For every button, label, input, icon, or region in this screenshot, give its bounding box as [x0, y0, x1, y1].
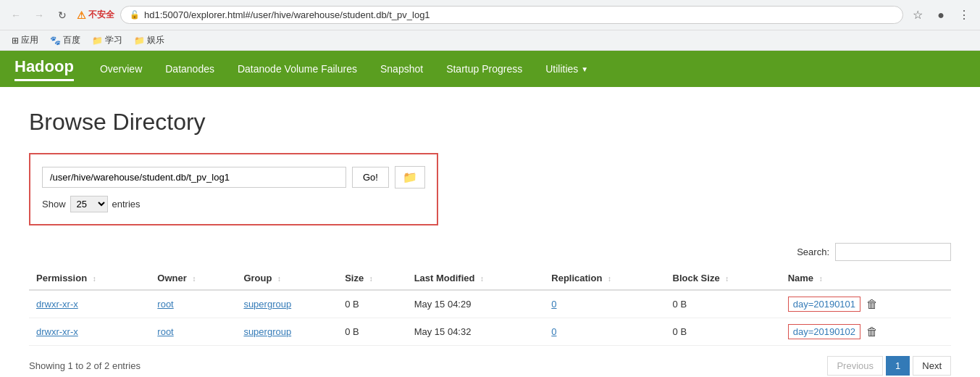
- table-header: Permission ↕ Owner ↕ Group ↕ Size ↕ Last…: [29, 267, 951, 290]
- navbar: Hadoop Overview Datanodes Datanode Volum…: [0, 51, 980, 87]
- col-name[interactable]: Name ↕: [781, 267, 951, 290]
- bookmark-apps[interactable]: ⊞ 应用: [7, 33, 43, 48]
- delete-icon-1[interactable]: 🗑: [866, 298, 878, 311]
- show-entries-select[interactable]: 25 50 100: [70, 196, 108, 212]
- owner-link-2[interactable]: root: [157, 326, 173, 337]
- sort-icon-size: ↕: [369, 275, 373, 283]
- directory-table: Permission ↕ Owner ↕ Group ↕ Size ↕ Last…: [29, 267, 951, 346]
- page-1-button[interactable]: 1: [886, 356, 910, 376]
- name-cell-1: day=20190101 🗑: [788, 297, 944, 312]
- group-link-2[interactable]: supergroup: [243, 326, 291, 337]
- cell-replication-2: 0: [544, 318, 665, 346]
- sort-icon-replication: ↕: [608, 275, 611, 283]
- cell-name-2: day=20190102 🗑: [781, 318, 951, 346]
- sort-icon-last-modified: ↕: [480, 275, 484, 283]
- next-button[interactable]: Next: [913, 356, 951, 376]
- name-link-2[interactable]: day=20190102: [793, 326, 855, 337]
- nav-utilities[interactable]: Utilities ▼: [534, 53, 600, 85]
- col-replication[interactable]: Replication ↕: [544, 267, 665, 290]
- replication-link-2[interactable]: 0: [551, 326, 556, 337]
- chevron-down-icon: ▼: [581, 65, 588, 73]
- cell-blocksize-2: 0 B: [666, 318, 781, 346]
- profile-button[interactable]: ●: [932, 7, 950, 24]
- lock-icon: 🔓: [130, 10, 140, 20]
- delete-icon-2[interactable]: 🗑: [866, 326, 878, 339]
- table-row: drwxr-xr-x root supergroup 0 B May 15 04…: [29, 318, 951, 346]
- cell-blocksize-1: 0 B: [666, 290, 781, 318]
- cell-owner-2: root: [150, 318, 236, 346]
- folder-button[interactable]: 📁: [395, 166, 425, 188]
- cell-permission-2: drwxr-xr-x: [29, 318, 150, 346]
- forward-button[interactable]: →: [30, 7, 48, 24]
- nav-startup-progress[interactable]: Startup Progress: [435, 53, 534, 85]
- cell-permission-1: drwxr-xr-x: [29, 290, 150, 318]
- col-permission[interactable]: Permission ↕: [29, 267, 150, 290]
- bookmarks-bar: ⊞ 应用 🐾 百度 📁 学习 📁 娱乐: [0, 30, 980, 51]
- navbar-brand: Hadoop: [14, 57, 74, 81]
- cell-size-2: 0 B: [338, 318, 407, 346]
- cell-size-1: 0 B: [338, 290, 407, 318]
- folder-icon-1: 📁: [92, 36, 103, 46]
- permission-link-1[interactable]: drwxr-xr-x: [36, 299, 78, 310]
- go-button[interactable]: Go!: [352, 167, 389, 188]
- bookmark-baidu[interactable]: 🐾 百度: [46, 33, 85, 48]
- cell-replication-1: 0: [544, 290, 665, 318]
- nav-overview[interactable]: Overview: [88, 53, 154, 85]
- showing-text: Showing 1 to 2 of 2 entries: [29, 360, 141, 371]
- permission-link-2[interactable]: drwxr-xr-x: [36, 326, 78, 337]
- col-group[interactable]: Group ↕: [236, 267, 338, 290]
- reload-button[interactable]: ↻: [54, 7, 71, 24]
- col-owner[interactable]: Owner ↕: [150, 267, 236, 290]
- navbar-nav: Overview Datanodes Datanode Volume Failu…: [88, 53, 600, 85]
- name-link-box-1: day=20190101: [788, 297, 860, 312]
- nav-datanodes[interactable]: Datanodes: [154, 53, 226, 85]
- back-button[interactable]: ←: [7, 7, 25, 24]
- col-size[interactable]: Size ↕: [338, 267, 407, 290]
- menu-button[interactable]: ⋮: [955, 7, 973, 24]
- name-cell-2: day=20190102 🗑: [788, 324, 944, 339]
- previous-button[interactable]: Previous: [827, 356, 883, 376]
- path-input[interactable]: [42, 167, 346, 188]
- col-last-modified[interactable]: Last Modified ↕: [407, 267, 545, 290]
- search-input[interactable]: [835, 243, 951, 261]
- browser-actions: ☆ ● ⋮: [909, 7, 973, 24]
- folder-icon-2: 📁: [134, 36, 145, 46]
- replication-link-1[interactable]: 0: [551, 299, 556, 310]
- sort-icon-permission: ↕: [93, 275, 96, 283]
- cell-modified-2: May 15 04:32: [407, 318, 545, 346]
- page-content: Browse Directory Go! 📁 Show 25 50 100 en…: [0, 87, 980, 377]
- cell-name-1: day=20190101 🗑: [781, 290, 951, 318]
- cell-modified-1: May 15 04:29: [407, 290, 545, 318]
- cell-group-1: supergroup: [236, 290, 338, 318]
- name-link-1[interactable]: day=20190101: [793, 299, 855, 310]
- dir-browser-box: Go! 📁 Show 25 50 100 entries: [29, 153, 438, 225]
- path-row: Go! 📁: [42, 166, 425, 188]
- name-link-box-2: day=20190102: [788, 324, 860, 339]
- col-block-size[interactable]: Block Size ↕: [666, 267, 781, 290]
- page-title: Browse Directory: [29, 109, 951, 136]
- warning-icon: ⚠: [77, 9, 86, 21]
- nav-snapshot[interactable]: Snapshot: [369, 53, 435, 85]
- sort-icon-owner: ↕: [192, 275, 196, 283]
- entries-label: entries: [112, 199, 141, 210]
- group-link-1[interactable]: supergroup: [243, 299, 291, 310]
- show-row: Show 25 50 100 entries: [42, 196, 425, 212]
- bookmark-study[interactable]: 📁 学习: [88, 33, 127, 48]
- bookmark-star-button[interactable]: ☆: [909, 7, 926, 24]
- owner-link-1[interactable]: root: [157, 299, 173, 310]
- pagination-area: Showing 1 to 2 of 2 entries Previous 1 N…: [29, 356, 951, 376]
- search-label: Search:: [797, 246, 829, 257]
- address-bar[interactable]: 🔓 hd1:50070/explorer.html#/user/hive/war…: [120, 6, 903, 24]
- apps-icon: ⊞: [12, 36, 19, 46]
- pagination: Previous 1 Next: [827, 356, 951, 376]
- nav-datanode-volume-failures[interactable]: Datanode Volume Failures: [226, 53, 369, 85]
- bookmark-entertainment[interactable]: 📁 娱乐: [130, 33, 169, 48]
- table-row: drwxr-xr-x root supergroup 0 B May 15 04…: [29, 290, 951, 318]
- security-warning: ⚠ 不安全: [77, 9, 114, 21]
- cell-owner-1: root: [150, 290, 236, 318]
- browser-chrome: ← → ↻ ⚠ 不安全 🔓 hd1:50070/explorer.html#/u…: [0, 0, 980, 30]
- table-body: drwxr-xr-x root supergroup 0 B May 15 04…: [29, 290, 951, 346]
- table-controls: Search:: [29, 243, 951, 261]
- cell-group-2: supergroup: [236, 318, 338, 346]
- sort-icon-group: ↕: [277, 275, 281, 283]
